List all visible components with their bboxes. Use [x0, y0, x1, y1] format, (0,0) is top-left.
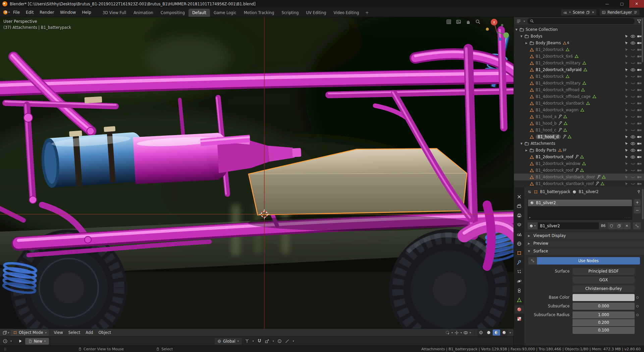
disclosure-right-icon[interactable]: ▶ — [524, 149, 529, 152]
outliner-row[interactable]: B1_2doortruck_window — [514, 160, 644, 167]
maximize-button[interactable]: ▢ — [614, 0, 629, 8]
shading-wireframe-icon[interactable] — [477, 330, 485, 336]
outliner-row[interactable]: B1_4doortruck_wagon — [514, 107, 644, 113]
properties-tab-physics[interactable] — [515, 277, 524, 285]
panel-viewport-display[interactable]: ▶ Viewport Display — [524, 232, 644, 239]
outliner-row[interactable]: ▶Body Parts37 — [514, 147, 644, 154]
outliner-item-label[interactable]: B1_hood_b — [536, 121, 557, 126]
new-scene-button[interactable] — [586, 10, 590, 14]
snap-magnet-icon[interactable] — [257, 339, 262, 344]
outliner-row[interactable]: B1_hood_a — [514, 113, 644, 120]
breadcrumb-material[interactable]: B1_silver2 — [579, 189, 598, 194]
outliner-item-label[interactable]: B1_4doortruck_military — [536, 81, 581, 85]
keyframe-dot-icon[interactable] — [635, 314, 640, 316]
add-workspace-button[interactable]: + — [363, 9, 372, 17]
render-camera-icon[interactable] — [636, 169, 642, 172]
outliner-scrollbar[interactable] — [642, 18, 643, 62]
gizmos-toggle-icon[interactable] — [454, 330, 459, 335]
outliner-item-label[interactable]: B1_2doortruck_6x6 — [536, 54, 573, 59]
render-camera-icon[interactable] — [636, 122, 642, 125]
gizmo-axis-dot-1[interactable] — [486, 28, 489, 31]
copy-material-button[interactable] — [615, 222, 623, 229]
select-tool-icon[interactable] — [445, 330, 450, 335]
mode-selector[interactable]: Object Mode ▾ — [11, 330, 49, 336]
workspace-tab-game-logic[interactable]: Game Logic — [210, 9, 240, 17]
selectable-toggle-icon[interactable] — [623, 81, 630, 85]
keyframe-dot-icon[interactable] — [635, 296, 640, 299]
property-dropdown[interactable]: Principled BSDF — [573, 268, 635, 275]
property-slider[interactable]: 0.000 — [573, 303, 635, 310]
overlays-toggle-icon[interactable] — [463, 330, 468, 335]
selectable-toggle-icon[interactable] — [623, 162, 630, 166]
selectable-toggle-icon[interactable] — [623, 155, 630, 159]
outliner-item-label[interactable]: Scene Collection — [526, 27, 558, 32]
viewport-3d[interactable]: User Perspective (37) Attachments | B1_b… — [0, 17, 514, 329]
properties-tab-constraints[interactable] — [515, 286, 524, 295]
hand-pan-icon[interactable] — [466, 19, 471, 24]
outliner-item-label[interactable]: B1_4doortruck_slantback_door — [536, 175, 595, 179]
viewport-menu-object[interactable]: Object — [96, 329, 114, 336]
grid-ortho-icon[interactable] — [446, 19, 451, 24]
selectable-toggle-icon[interactable] — [623, 182, 630, 186]
outliner-row[interactable]: B1_4doortruck_roof — [514, 167, 644, 174]
proportional-edit-icon[interactable] — [277, 339, 282, 344]
render-camera-icon[interactable] — [636, 102, 642, 105]
properties-tab-modifiers[interactable] — [515, 258, 524, 267]
eye-closed-icon[interactable] — [630, 169, 636, 172]
outliner-row[interactable]: B1_4doortruck_offroad — [514, 86, 644, 93]
render-camera-icon[interactable] — [636, 162, 642, 166]
selectable-toggle-icon[interactable] — [623, 68, 630, 72]
selectable-toggle-icon[interactable] — [623, 75, 630, 78]
outliner-item-label[interactable]: Bodys — [531, 34, 542, 39]
render-camera-icon[interactable] — [636, 88, 642, 92]
selectable-toggle-icon[interactable] — [623, 122, 630, 125]
eye-open-icon[interactable] — [630, 35, 636, 38]
gizmo-z-axis[interactable] — [499, 38, 502, 41]
render-camera-icon[interactable] — [636, 175, 642, 179]
gizmo-axis-dot-2[interactable] — [501, 24, 503, 26]
selectable-toggle-icon[interactable] — [623, 35, 630, 38]
view-layers-button[interactable] — [634, 10, 638, 14]
menu-window[interactable]: Window — [57, 9, 79, 16]
keyframe-dot-icon[interactable] — [635, 305, 640, 307]
node-editor-button[interactable] — [633, 222, 641, 229]
nodetree-icon-button[interactable] — [528, 257, 537, 265]
search-input[interactable] — [536, 19, 632, 23]
slot-resize-grip[interactable]: ⋯⋯ — [625, 216, 631, 219]
selectable-toggle-icon[interactable] — [623, 115, 630, 119]
outliner-row[interactable]: B1_4doortruck_offroad_cage — [514, 93, 644, 100]
snap-target-icon[interactable] — [265, 339, 270, 344]
eye-closed-icon[interactable] — [630, 102, 636, 105]
outliner-item-label[interactable]: B1_4doortruck_offroad_cage — [536, 94, 591, 99]
render-camera-icon[interactable] — [636, 115, 642, 119]
eye-open-icon[interactable] — [630, 41, 636, 45]
viewport-menu-select[interactable]: Select — [66, 329, 83, 336]
breadcrumb-object[interactable]: B1_batterypack — [540, 189, 570, 194]
outliner-row[interactable]: ▼Attachments — [514, 140, 644, 147]
properties-tab-output[interactable] — [515, 211, 524, 220]
outliner-item-label[interactable]: B1_2doortruck — [536, 47, 564, 52]
outliner-row[interactable]: ▼Scene Collection — [514, 26, 644, 33]
eye-closed-icon[interactable] — [630, 55, 636, 58]
menu-file[interactable]: File — [10, 9, 23, 16]
remove-slot-button[interactable]: − — [634, 207, 641, 214]
render-camera-icon[interactable] — [636, 135, 642, 139]
outliner-item-label[interactable]: B1_4doortruck_offroad — [536, 87, 579, 92]
play-button[interactable] — [18, 339, 23, 344]
workspace-tab-uv-editing[interactable]: UV Editing — [303, 9, 330, 17]
properties-tab-tool[interactable] — [515, 192, 524, 201]
use-nodes-button[interactable]: Use Nodes — [537, 257, 640, 265]
outliner-item-label[interactable]: B1_4doortruck_slantback — [536, 101, 584, 106]
selectable-toggle-icon[interactable] — [623, 135, 630, 139]
outliner-item-label[interactable]: B1_hood_c — [536, 128, 556, 132]
property-number[interactable]: 0.200 — [573, 319, 635, 326]
outliner-row[interactable]: B1_2doortruck — [514, 46, 644, 53]
properties-tab-world[interactable] — [515, 239, 524, 248]
selectable-toggle-icon[interactable] — [623, 142, 630, 145]
gizmo-y-axis[interactable] — [503, 33, 509, 38]
properties-scrollbar[interactable] — [642, 189, 644, 219]
selectable-toggle-icon[interactable] — [623, 41, 630, 45]
eye-open-icon[interactable] — [630, 68, 636, 72]
outliner-item-label[interactable]: B1_2doortruck_window — [536, 161, 580, 166]
eye-open-icon[interactable] — [630, 142, 636, 145]
